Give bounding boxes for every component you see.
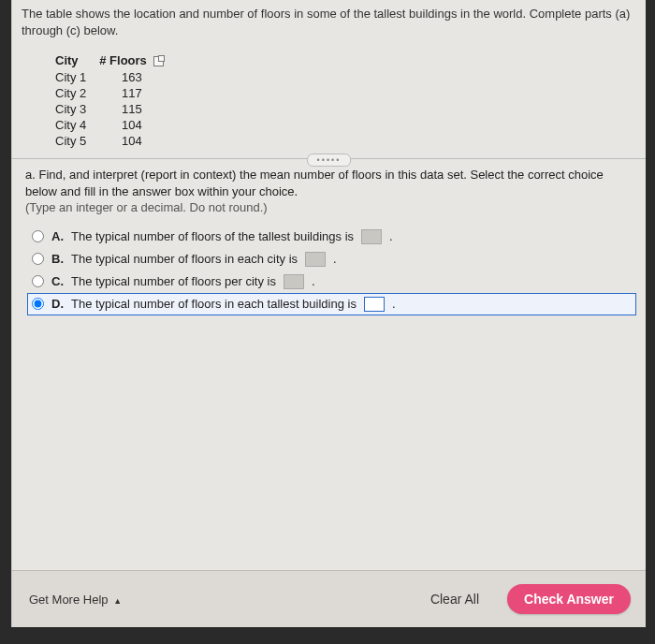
option-a-radio[interactable] bbox=[32, 230, 44, 242]
option-c-radio[interactable] bbox=[32, 275, 44, 287]
option-d-input[interactable] bbox=[364, 297, 385, 312]
question-page: The table shows the location and number … bbox=[11, 0, 646, 627]
col-header-city: City bbox=[55, 51, 99, 69]
drag-handle-icon[interactable]: ••••• bbox=[307, 154, 352, 167]
option-b-suffix: . bbox=[333, 252, 337, 266]
option-a-suffix: . bbox=[389, 229, 393, 243]
option-d[interactable]: D. The typical number of floors in each … bbox=[27, 293, 636, 315]
blank-area bbox=[12, 315, 646, 503]
table-row: City 1163 bbox=[55, 69, 177, 85]
option-b-input bbox=[305, 252, 326, 267]
question-footer: Get More Help ▲ Clear All Check Answer bbox=[12, 570, 646, 627]
option-c[interactable]: C. The typical number of floors per city… bbox=[27, 271, 636, 293]
option-d-radio[interactable] bbox=[32, 298, 44, 310]
option-b-radio[interactable] bbox=[32, 253, 44, 265]
section-divider: ••••• bbox=[12, 158, 646, 159]
clear-all-button[interactable]: Clear All bbox=[430, 592, 479, 607]
table-row: City 4104 bbox=[55, 117, 177, 133]
table-row: City 2117 bbox=[55, 85, 177, 101]
option-c-input bbox=[284, 274, 304, 289]
caret-up-icon: ▲ bbox=[113, 596, 122, 606]
popout-icon[interactable] bbox=[153, 56, 164, 66]
get-more-help-button[interactable]: Get More Help ▲ bbox=[29, 593, 122, 607]
option-a-input bbox=[361, 229, 382, 244]
option-a-text: The typical number of floors of the tall… bbox=[71, 229, 354, 243]
option-d-text: The typical number of floors in each tal… bbox=[71, 297, 357, 311]
option-b[interactable]: B. The typical number of floors in each … bbox=[27, 248, 636, 271]
part-a-prompt: a. Find, and interpret (report in contex… bbox=[25, 167, 634, 199]
part-a-block: a. Find, and interpret (report in contex… bbox=[12, 159, 646, 222]
data-table: City # Floors City 1163 City 2117 City 3… bbox=[55, 51, 177, 149]
option-c-text: The typical number of floors per city is bbox=[71, 274, 276, 288]
option-b-text: The typical number of floors in each cit… bbox=[71, 252, 298, 266]
part-a-hint: (Type an integer or a decimal. Do not ro… bbox=[25, 199, 634, 216]
table-row: City 3115 bbox=[55, 101, 177, 117]
question-intro: The table shows the location and number … bbox=[12, 0, 646, 48]
option-d-suffix: . bbox=[392, 297, 396, 311]
col-header-floors: # Floors bbox=[99, 51, 177, 69]
option-b-label: B. bbox=[51, 252, 64, 266]
option-a[interactable]: A. The typical number of floors of the t… bbox=[27, 226, 636, 248]
option-c-label: C. bbox=[51, 274, 64, 288]
option-a-label: A. bbox=[51, 229, 64, 243]
answer-options: A. The typical number of floors of the t… bbox=[12, 222, 646, 315]
table-row: City 5104 bbox=[55, 133, 177, 149]
table-header-row: City # Floors bbox=[55, 51, 177, 69]
check-answer-button[interactable]: Check Answer bbox=[507, 584, 631, 614]
option-d-label: D. bbox=[51, 297, 64, 311]
option-c-suffix: . bbox=[312, 274, 315, 288]
